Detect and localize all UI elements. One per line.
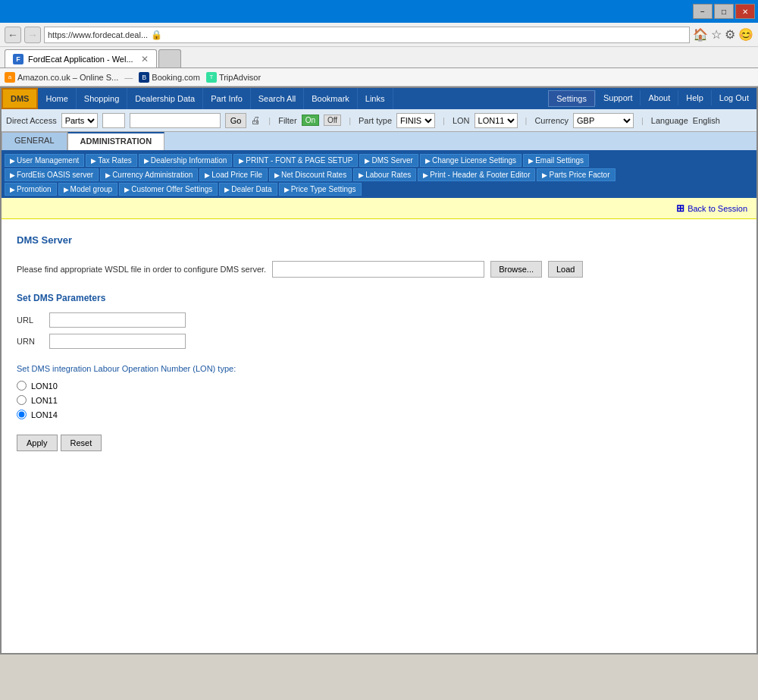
wsdl-label: Please find appropriate WSDL file in ord… <box>17 265 266 274</box>
menu-label: Customer Offer Settings <box>131 185 212 193</box>
urn-input[interactable] <box>49 334 186 349</box>
radio-lon10[interactable]: LON10 <box>17 381 741 391</box>
menu-user-mgmt[interactable]: ▶ User Management <box>5 154 84 167</box>
nav-partinfo[interactable]: Part Info <box>203 88 251 109</box>
content-area: ⊞ Back to Session DMS Server Please find… <box>2 198 756 653</box>
filter-on-button[interactable]: On <box>302 115 319 126</box>
lon-radio-group: LON10 LON11 LON14 <box>17 381 741 419</box>
tab-administration[interactable]: ADMINISTRATION <box>67 132 165 150</box>
back-to-session-link[interactable]: ⊞ Back to Session <box>676 202 747 214</box>
menu-labour-rates[interactable]: ▶ Labour Rates <box>353 168 416 181</box>
lon11-radio[interactable] <box>17 395 27 405</box>
menu-currency-admin[interactable]: ▶ Currency Administration <box>100 168 198 181</box>
direct-access-input-1[interactable] <box>102 113 125 128</box>
wsdl-row: Please find appropriate WSDL file in ord… <box>17 261 741 278</box>
load-button[interactable]: Load <box>548 261 583 278</box>
menu-net-discount[interactable]: ▶ Net Discount Rates <box>269 168 352 181</box>
wsdl-input[interactable] <box>272 261 484 278</box>
menu-label: FordEtis OASIS server <box>17 171 93 179</box>
filter-label: Filter <box>278 116 296 125</box>
url-input[interactable] <box>49 312 186 328</box>
arrow-icon: ▶ <box>542 171 547 179</box>
nav-dms[interactable]: DMS <box>2 88 38 109</box>
direct-access-input-2[interactable] <box>130 113 221 128</box>
filter-off-button[interactable]: Off <box>324 115 341 126</box>
menu-load-price[interactable]: ▶ Load Price File <box>199 168 268 181</box>
arrow-icon: ▶ <box>425 157 431 165</box>
menu-label: DMS Server <box>371 156 412 165</box>
browser-icons: 🏠 ☆ ⚙ 😊 <box>693 27 753 42</box>
part-type-select[interactable]: FINIS <box>396 113 435 128</box>
menu-print-font[interactable]: ▶ PRINT - FONT & PAGE SETUP <box>233 154 358 167</box>
nav-shopping[interactable]: Shopping <box>77 88 128 109</box>
new-tab-button[interactable] <box>158 49 181 67</box>
nav-right: Settings Support About Help Log Out <box>548 90 756 107</box>
lon10-radio[interactable] <box>17 381 27 391</box>
lon-label: LON <box>453 116 470 125</box>
menu-customer-offer[interactable]: ▶ Customer Offer Settings <box>119 183 218 196</box>
window-buttons: − □ ✕ <box>693 4 755 19</box>
apply-button[interactable]: Apply <box>17 435 58 451</box>
close-button[interactable]: ✕ <box>735 4 755 19</box>
go-button[interactable]: Go <box>225 113 247 128</box>
direct-access-select[interactable]: Parts <box>61 113 98 128</box>
nav-help[interactable]: Help <box>678 90 711 105</box>
tab-close-icon[interactable]: ✕ <box>141 54 149 64</box>
nav-links[interactable]: Links <box>358 88 393 109</box>
reset-button[interactable]: Reset <box>61 435 102 451</box>
menu-label: Dealership Information <box>151 156 227 165</box>
arrow-icon: ▶ <box>144 157 149 165</box>
menu-promotion[interactable]: ▶ Promotion <box>5 183 57 196</box>
browser-tab-active[interactable]: F FordEcat Application - Wel... ✕ <box>5 49 157 67</box>
maximize-button[interactable]: □ <box>714 4 734 19</box>
address-bar[interactable]: https://www.fordecat.deal... 🔒 <box>44 27 690 43</box>
arrow-icon: ▶ <box>205 171 210 179</box>
menu-dms-server[interactable]: ▶ DMS Server <box>359 154 418 167</box>
menu-tax-rates[interactable]: ▶ Tax Rates <box>86 154 136 167</box>
menu-model-group[interactable]: ▶ Model group <box>58 183 118 196</box>
menu-price-type[interactable]: ▶ Price Type Settings <box>279 183 362 196</box>
nav-logout[interactable]: Log Out <box>711 90 756 105</box>
lon-title: Set DMS integration Labour Operation Num… <box>17 364 741 373</box>
menu-change-license[interactable]: ▶ Change License Settings <box>420 154 522 167</box>
nav-settings[interactable]: Settings <box>548 90 595 107</box>
lon14-radio[interactable] <box>17 410 27 419</box>
minimize-button[interactable]: − <box>693 4 713 19</box>
smiley-icon: 😊 <box>738 27 753 42</box>
menu-print-header[interactable]: ▶ Print - Header & Footer Editor <box>418 168 535 181</box>
back-button[interactable]: ← <box>5 27 21 43</box>
nav-about[interactable]: About <box>640 90 678 105</box>
nav-searchall[interactable]: Search All <box>251 88 305 109</box>
menu-dealership-info[interactable]: ▶ Dealership Information <box>139 154 233 167</box>
home-icon[interactable]: 🏠 <box>693 27 708 42</box>
radio-lon11[interactable]: LON11 <box>17 395 741 405</box>
tab-general[interactable]: GENERAL <box>2 132 67 150</box>
window-chrome: − □ ✕ <box>0 0 758 23</box>
direct-access-label: Direct Access <box>6 116 57 125</box>
bookmark-booking[interactable]: B Booking.com <box>139 72 200 83</box>
star-icon[interactable]: ☆ <box>711 27 722 42</box>
forward-button[interactable]: → <box>24 27 41 43</box>
menu-email-settings[interactable]: ▶ Email Settings <box>523 154 589 167</box>
urn-label: URN <box>17 337 43 346</box>
amazon-label: Amazon.co.uk – Online S... <box>17 73 118 82</box>
settings-icon[interactable]: ⚙ <box>725 27 735 42</box>
nav-support[interactable]: Support <box>595 90 641 105</box>
nav-home[interactable]: Home <box>38 88 76 109</box>
menu-dealer-data[interactable]: ▶ Dealer Data <box>219 183 277 196</box>
radio-lon14[interactable]: LON14 <box>17 410 741 419</box>
nav-dealership[interactable]: Dealership Data <box>127 88 203 109</box>
section-title: DMS Server <box>17 234 741 246</box>
lon-select[interactable]: LON11 <box>475 113 518 128</box>
arrow-icon: ▶ <box>224 186 230 193</box>
bookmark-tripadvisor[interactable]: T TripAdvisor <box>206 72 261 83</box>
menu-parts-price[interactable]: ▶ Parts Price Factor <box>537 168 615 181</box>
currency-select[interactable]: GBP <box>573 113 634 128</box>
print-icon[interactable]: 🖨 <box>251 115 261 126</box>
menu-fordetis-oasis[interactable]: ▶ FordEtis OASIS server <box>5 168 99 181</box>
separator-4: | <box>525 116 528 125</box>
browse-button[interactable]: Browse... <box>490 261 542 278</box>
menu-label: Currency Administration <box>112 171 193 179</box>
nav-bookmark[interactable]: Bookmark <box>304 88 358 109</box>
bookmark-amazon[interactable]: a Amazon.co.uk – Online S... <box>5 72 118 83</box>
